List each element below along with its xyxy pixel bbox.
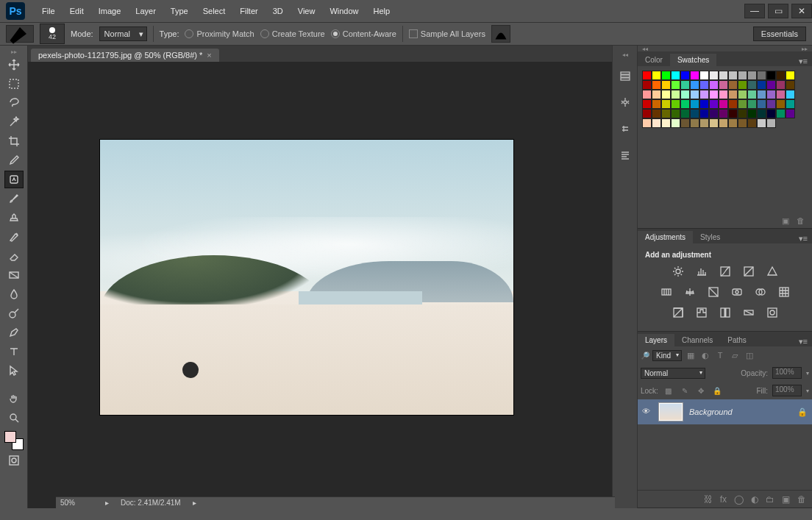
swatch[interactable] bbox=[719, 71, 728, 80]
zoom-tool[interactable] bbox=[4, 409, 24, 427]
new-layer-icon[interactable]: ▣ bbox=[782, 494, 790, 505]
swatch[interactable] bbox=[728, 90, 738, 99]
layer-style-icon[interactable]: fx bbox=[720, 494, 727, 505]
swatch[interactable] bbox=[757, 90, 766, 99]
swatch[interactable] bbox=[699, 109, 709, 118]
blur-tool[interactable] bbox=[4, 285, 24, 303]
swatch[interactable] bbox=[699, 71, 709, 80]
swatch[interactable] bbox=[719, 109, 728, 118]
marquee-tool[interactable] bbox=[4, 75, 24, 93]
layer-name[interactable]: Background bbox=[689, 407, 733, 416]
crop-tool[interactable] bbox=[4, 132, 24, 150]
filter-adjust-icon[interactable]: ◐ bbox=[699, 349, 711, 361]
quick-mask-toggle[interactable] bbox=[4, 452, 24, 469]
history-panel-icon[interactable] bbox=[617, 68, 633, 84]
filter-pixel-icon[interactable]: ▦ bbox=[685, 349, 697, 361]
adj-channel-mixer-icon[interactable] bbox=[754, 285, 767, 299]
swatch[interactable] bbox=[757, 80, 766, 90]
swatch[interactable] bbox=[661, 99, 671, 109]
wand-tool[interactable] bbox=[4, 113, 24, 131]
swatch[interactable] bbox=[699, 90, 709, 99]
tool-preset-picker[interactable] bbox=[6, 25, 34, 43]
healing-brush-tool[interactable] bbox=[4, 171, 24, 188]
swatch[interactable] bbox=[671, 109, 680, 118]
brush-tool[interactable] bbox=[4, 190, 24, 207]
hand-tool[interactable] bbox=[4, 390, 24, 407]
doc-size[interactable]: Doc: 2.41M/2.41M bbox=[121, 499, 181, 507]
swatch[interactable] bbox=[719, 118, 728, 128]
swatch[interactable] bbox=[738, 99, 747, 109]
swatch[interactable] bbox=[766, 109, 776, 118]
menu-window[interactable]: Window bbox=[323, 4, 365, 18]
layer-thumbnail[interactable] bbox=[658, 402, 683, 421]
lasso-tool[interactable] bbox=[4, 94, 24, 112]
tab-paths[interactable]: Paths bbox=[720, 334, 754, 346]
swatch[interactable] bbox=[728, 80, 738, 90]
swatch[interactable] bbox=[757, 71, 766, 80]
swatch[interactable] bbox=[757, 99, 766, 109]
swatch[interactable] bbox=[699, 118, 709, 128]
swatch[interactable] bbox=[776, 90, 786, 99]
brush-size-picker[interactable]: 42 bbox=[40, 24, 65, 44]
swatch[interactable] bbox=[652, 99, 661, 109]
mode-select[interactable]: Normal bbox=[99, 26, 147, 41]
adj-invert-icon[interactable] bbox=[672, 306, 685, 319]
menu-help[interactable]: Help bbox=[367, 4, 397, 18]
maximize-button[interactable]: ▭ bbox=[768, 4, 788, 18]
radio-texture[interactable]: Create Texture bbox=[260, 29, 325, 38]
swatch[interactable] bbox=[709, 99, 719, 109]
swatch[interactable] bbox=[709, 90, 719, 99]
filter-shape-icon[interactable]: ▱ bbox=[729, 349, 741, 361]
opacity-dropdown-icon[interactable]: ▾ bbox=[806, 370, 809, 377]
adj-photo-filter-icon[interactable] bbox=[730, 285, 744, 299]
swatch[interactable] bbox=[719, 99, 728, 109]
new-adjustment-layer-icon[interactable]: ◐ bbox=[751, 494, 758, 505]
eraser-tool[interactable] bbox=[4, 247, 24, 265]
adj-brightness-icon[interactable] bbox=[672, 265, 685, 278]
adj-curves-icon[interactable] bbox=[719, 265, 732, 278]
canvas-viewport[interactable] bbox=[28, 62, 612, 508]
menu-image[interactable]: Image bbox=[92, 4, 128, 18]
swatch[interactable] bbox=[728, 71, 738, 80]
swatch[interactable] bbox=[747, 80, 757, 90]
swatch[interactable] bbox=[661, 71, 671, 80]
lock-pixels-icon[interactable]: ✎ bbox=[679, 385, 691, 396]
close-button[interactable]: ✕ bbox=[791, 4, 812, 18]
close-tab-icon[interactable]: × bbox=[207, 51, 211, 60]
swatch[interactable] bbox=[786, 99, 795, 109]
swatch[interactable] bbox=[680, 99, 690, 109]
swatch[interactable] bbox=[709, 80, 719, 90]
layer-mask-icon[interactable]: ◯ bbox=[734, 494, 744, 505]
filter-smart-icon[interactable]: ◫ bbox=[744, 349, 755, 361]
swatch[interactable] bbox=[728, 109, 738, 118]
paragraph-panel-icon[interactable] bbox=[617, 147, 633, 163]
swatch[interactable] bbox=[738, 118, 747, 128]
swatch[interactable] bbox=[709, 109, 719, 118]
swatch[interactable] bbox=[719, 90, 728, 99]
canvas[interactable] bbox=[100, 140, 513, 415]
swatch[interactable] bbox=[642, 109, 652, 118]
opacity-input[interactable]: 100% bbox=[772, 367, 802, 379]
swatch[interactable] bbox=[776, 109, 786, 118]
swatch[interactable] bbox=[699, 80, 709, 90]
filter-kind-icon[interactable]: 🔎 bbox=[641, 352, 649, 360]
lock-transparency-icon[interactable]: ▩ bbox=[663, 385, 674, 396]
character-panel-icon[interactable] bbox=[617, 121, 633, 137]
new-swatch-icon[interactable]: ▣ bbox=[782, 216, 789, 226]
pen-tool[interactable] bbox=[4, 324, 24, 341]
menu-select[interactable]: Select bbox=[196, 4, 232, 18]
swatch[interactable] bbox=[671, 118, 680, 128]
adj-posterize-icon[interactable] bbox=[695, 306, 708, 319]
swatch[interactable] bbox=[690, 90, 699, 99]
adj-exposure-icon[interactable] bbox=[742, 265, 755, 278]
tab-color[interactable]: Color bbox=[638, 54, 670, 66]
swatch[interactable] bbox=[642, 80, 652, 90]
dock-expand[interactable]: ◂◂ bbox=[622, 51, 628, 57]
swatch[interactable] bbox=[661, 80, 671, 90]
filter-kind-select[interactable]: Kind bbox=[652, 350, 682, 361]
menu-edit[interactable]: Edit bbox=[63, 4, 90, 18]
adj-vibrance-icon[interactable] bbox=[766, 265, 779, 278]
swatch[interactable] bbox=[652, 90, 661, 99]
swatch[interactable] bbox=[671, 90, 680, 99]
swatch[interactable] bbox=[690, 80, 699, 90]
